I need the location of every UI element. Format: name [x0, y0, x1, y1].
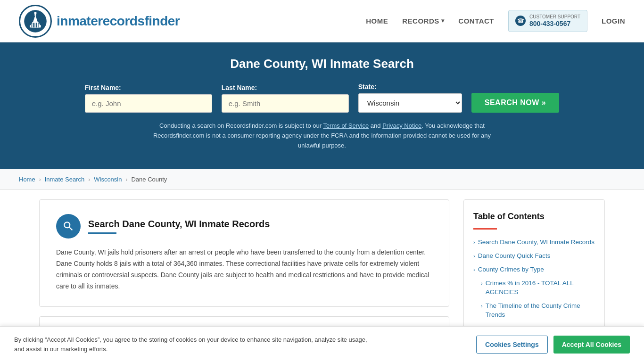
title-underline	[88, 232, 116, 234]
phone-icon: ☎	[515, 16, 526, 26]
section-title-1: Search Dane County, WI Inmate Records	[88, 219, 270, 230]
cookie-accept-button[interactable]: Accept All Cookies	[553, 336, 630, 354]
toc-item-2: › County Crimes by Type	[473, 265, 595, 274]
support-text: CUSTOMER SUPPORT 800-433-0567	[529, 14, 580, 28]
toc-list: › Search Dane County, WI Inmate Records …	[473, 238, 595, 333]
section-search-records: Search Dane County, WI Inmate Records Da…	[39, 199, 449, 306]
logo-area: inmaterecordsfinder	[19, 5, 180, 38]
hero-section: Dane County, WI Inmate Search First Name…	[0, 42, 644, 169]
breadcrumb-wisconsin[interactable]: Wisconsin	[94, 176, 122, 183]
svg-rect-10	[36, 23, 37, 27]
breadcrumb-sep-1: ›	[39, 176, 41, 183]
first-name-input[interactable]	[85, 94, 212, 113]
state-label: State:	[358, 83, 377, 90]
toc-item-0: › Search Dane County, WI Inmate Records	[473, 238, 595, 247]
nav-login[interactable]: LOGIN	[602, 17, 625, 25]
breadcrumb-home[interactable]: Home	[19, 176, 35, 183]
toc-title: Table of Contents	[473, 212, 595, 222]
nav-contact[interactable]: CONTACT	[458, 17, 494, 25]
section-body-1: Dane County, WI jails hold prisoners aft…	[56, 247, 432, 292]
toc-link-3[interactable]: › Crimes % in 2016 - TOTAL ALL AGENCIES	[481, 279, 595, 297]
search-icon	[62, 220, 74, 232]
breadcrumb: Home › Inmate Search › Wisconsin › Dane …	[0, 169, 644, 190]
last-name-group: Last Name:	[222, 84, 349, 113]
cookie-banner: By clicking “Accept All Cookies”, you ag…	[0, 326, 644, 362]
hero-title: Dane County, WI Inmate Search	[19, 57, 625, 71]
terms-link[interactable]: Terms of Service	[323, 122, 369, 129]
search-form: First Name: Last Name: State: Wisconsin …	[19, 83, 625, 113]
toc-item-4: › The Timeline of the County Crime Trend…	[473, 302, 595, 320]
state-select[interactable]: Wisconsin Alabama Alaska Arizona Califor…	[358, 93, 462, 113]
svg-rect-8	[33, 23, 34, 27]
chevron-icon: ›	[473, 239, 475, 246]
logo-icon	[19, 5, 52, 38]
site-header: inmaterecordsfinder HOME RECORDS ▾ CONTA…	[0, 0, 644, 42]
toc-link-2[interactable]: › County Crimes by Type	[473, 265, 595, 274]
nav-records[interactable]: RECORDS ▾	[402, 17, 444, 25]
section-header-1: Search Dane County, WI Inmate Records	[56, 214, 432, 239]
logo-text: inmaterecordsfinder	[57, 14, 180, 29]
toc-item-3: › Crimes % in 2016 - TOTAL ALL AGENCIES	[473, 279, 595, 297]
svg-rect-11	[38, 23, 39, 27]
toc-link-1[interactable]: › Dane County Quick Facts	[473, 252, 595, 261]
first-name-label: First Name:	[85, 84, 121, 91]
breadcrumb-inmate-search[interactable]: Inmate Search	[45, 176, 85, 183]
chevron-down-icon: ▾	[441, 17, 445, 24]
last-name-input[interactable]	[222, 94, 349, 113]
breadcrumb-sep-2: ›	[88, 176, 90, 183]
toc-item-1: › Dane County Quick Facts	[473, 252, 595, 261]
last-name-label: Last Name:	[222, 84, 257, 91]
section-title-block: Search Dane County, WI Inmate Records	[88, 219, 270, 234]
cookie-settings-button[interactable]: Cookies Settings	[476, 336, 548, 354]
search-icon-circle	[56, 214, 81, 239]
chevron-icon: ›	[473, 253, 475, 260]
toc-divider	[473, 228, 497, 230]
toc-link-4[interactable]: › The Timeline of the County Crime Trend…	[481, 302, 595, 320]
first-name-group: First Name:	[85, 84, 212, 113]
chevron-icon: ›	[473, 266, 475, 273]
breadcrumb-current: Dane County	[131, 176, 167, 183]
svg-rect-9	[34, 23, 35, 27]
toc-link-0[interactable]: › Search Dane County, WI Inmate Records	[473, 238, 595, 247]
chevron-icon: ›	[481, 303, 483, 310]
state-group: State: Wisconsin Alabama Alaska Arizona …	[358, 83, 462, 113]
cookie-text: By clicking “Accept All Cookies”, you ag…	[14, 335, 368, 354]
main-nav: HOME RECORDS ▾ CONTACT ☎ CUSTOMER SUPPOR…	[366, 10, 625, 32]
svg-point-6	[34, 12, 37, 14]
chevron-icon: ›	[481, 280, 483, 287]
search-button[interactable]: SEARCH NOW »	[471, 93, 559, 113]
privacy-link[interactable]: Privacy Notice	[382, 122, 421, 129]
breadcrumb-sep-3: ›	[125, 176, 127, 183]
support-button[interactable]: ☎ CUSTOMER SUPPORT 800-433-0567	[508, 10, 587, 32]
hero-disclaimer: Conducting a search on Recordsfinder.com…	[145, 121, 499, 150]
nav-home[interactable]: HOME	[366, 17, 388, 25]
cookie-buttons: Cookies Settings Accept All Cookies	[476, 336, 630, 354]
svg-rect-7	[32, 23, 33, 27]
